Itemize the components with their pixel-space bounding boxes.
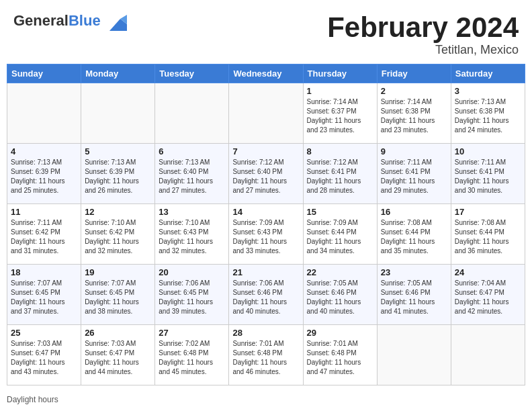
- cal-cell: [229, 83, 303, 144]
- cal-cell: 23Sunrise: 7:05 AM Sunset: 6:46 PM Dayli…: [377, 265, 451, 325]
- cal-cell: 18Sunrise: 7:07 AM Sunset: 6:45 PM Dayli…: [7, 265, 81, 325]
- cell-info: Sunrise: 7:07 AM Sunset: 6:45 PM Dayligh…: [85, 279, 151, 316]
- cal-cell: 9Sunrise: 7:11 AM Sunset: 6:41 PM Daylig…: [377, 144, 451, 204]
- cell-info: Sunrise: 7:01 AM Sunset: 6:48 PM Dayligh…: [232, 339, 299, 377]
- cal-cell: 15Sunrise: 7:09 AM Sunset: 6:44 PM Dayli…: [303, 204, 377, 265]
- cell-date: 29: [307, 328, 373, 338]
- cell-info: Sunrise: 7:05 AM Sunset: 6:46 PM Dayligh…: [381, 279, 447, 316]
- cal-cell: 25Sunrise: 7:03 AM Sunset: 6:47 PM Dayli…: [7, 325, 81, 385]
- cal-cell: 28Sunrise: 7:01 AM Sunset: 6:48 PM Dayli…: [229, 325, 303, 385]
- cal-cell: 14Sunrise: 7:09 AM Sunset: 6:43 PM Dayli…: [229, 204, 303, 265]
- cell-date: 9: [381, 146, 447, 156]
- cal-cell: 19Sunrise: 7:07 AM Sunset: 6:45 PM Dayli…: [81, 265, 155, 325]
- week-row-2: 4Sunrise: 7:13 AM Sunset: 6:39 PM Daylig…: [7, 144, 525, 204]
- logo: GeneralBlue: [13, 12, 127, 34]
- calendar-table: SundayMondayTuesdayWednesdayThursdayFrid…: [7, 64, 525, 385]
- cal-cell: 29Sunrise: 7:01 AM Sunset: 6:48 PM Dayli…: [303, 325, 377, 385]
- cal-cell: 16Sunrise: 7:08 AM Sunset: 6:44 PM Dayli…: [377, 204, 451, 265]
- cal-cell: 26Sunrise: 7:03 AM Sunset: 6:47 PM Dayli…: [81, 325, 155, 385]
- cell-date: 22: [307, 267, 373, 277]
- cell-info: Sunrise: 7:14 AM Sunset: 6:37 PM Dayligh…: [307, 97, 373, 135]
- cell-date: 17: [455, 207, 521, 217]
- week-row-1: 1Sunrise: 7:14 AM Sunset: 6:37 PM Daylig…: [7, 83, 525, 144]
- day-header-tuesday: Tuesday: [155, 64, 229, 83]
- cell-date: 24: [455, 267, 521, 277]
- location: Tetitlan, Mexico: [327, 43, 519, 57]
- cell-date: 1: [307, 86, 373, 96]
- cell-info: Sunrise: 7:12 AM Sunset: 6:41 PM Dayligh…: [307, 158, 373, 195]
- cell-date: 21: [232, 267, 299, 277]
- logo-icon: [105, 12, 127, 34]
- cell-info: Sunrise: 7:08 AM Sunset: 6:44 PM Dayligh…: [455, 218, 521, 256]
- cell-info: Sunrise: 7:14 AM Sunset: 6:38 PM Dayligh…: [381, 97, 447, 135]
- cell-info: Sunrise: 7:13 AM Sunset: 6:39 PM Dayligh…: [11, 158, 77, 195]
- cell-info: Sunrise: 7:11 AM Sunset: 6:41 PM Dayligh…: [455, 158, 521, 195]
- day-header-monday: Monday: [81, 64, 155, 83]
- cell-info: Sunrise: 7:03 AM Sunset: 6:47 PM Dayligh…: [11, 339, 77, 377]
- cal-cell: [451, 325, 525, 385]
- cell-date: 16: [381, 207, 447, 217]
- cell-date: 5: [85, 146, 151, 156]
- calendar-wrapper: SundayMondayTuesdayWednesdayThursdayFrid…: [0, 64, 532, 392]
- cal-cell: [155, 83, 229, 144]
- cal-cell: [7, 83, 81, 144]
- cell-date: 8: [307, 146, 373, 156]
- cal-cell: 2Sunrise: 7:14 AM Sunset: 6:38 PM Daylig…: [377, 83, 451, 144]
- month-year: February 2024: [327, 12, 519, 43]
- cal-cell: 5Sunrise: 7:13 AM Sunset: 6:39 PM Daylig…: [81, 144, 155, 204]
- cell-info: Sunrise: 7:05 AM Sunset: 6:46 PM Dayligh…: [307, 279, 373, 316]
- cell-info: Sunrise: 7:06 AM Sunset: 6:46 PM Dayligh…: [232, 279, 299, 316]
- cell-date: 11: [11, 207, 77, 217]
- cal-cell: 10Sunrise: 7:11 AM Sunset: 6:41 PM Dayli…: [451, 144, 525, 204]
- cal-cell: 1Sunrise: 7:14 AM Sunset: 6:37 PM Daylig…: [303, 83, 377, 144]
- cal-cell: 17Sunrise: 7:08 AM Sunset: 6:44 PM Dayli…: [451, 204, 525, 265]
- cell-info: Sunrise: 7:06 AM Sunset: 6:45 PM Dayligh…: [159, 279, 225, 316]
- cell-date: 13: [159, 207, 225, 217]
- day-header-thursday: Thursday: [303, 64, 377, 83]
- cell-info: Sunrise: 7:10 AM Sunset: 6:42 PM Dayligh…: [85, 218, 151, 256]
- header: GeneralBlue February 2024 Tetitlan, Mexi…: [0, 0, 532, 64]
- daylight-label: Daylight hours: [7, 395, 58, 404]
- day-header-row: SundayMondayTuesdayWednesdayThursdayFrid…: [7, 64, 525, 83]
- cell-info: Sunrise: 7:13 AM Sunset: 6:40 PM Dayligh…: [159, 158, 225, 195]
- cell-date: 3: [455, 86, 521, 96]
- cell-date: 15: [307, 207, 373, 217]
- cell-info: Sunrise: 7:13 AM Sunset: 6:38 PM Dayligh…: [455, 97, 521, 135]
- cell-date: 27: [159, 328, 225, 338]
- cal-cell: [81, 83, 155, 144]
- cell-info: Sunrise: 7:13 AM Sunset: 6:39 PM Dayligh…: [85, 158, 151, 195]
- cal-cell: 6Sunrise: 7:13 AM Sunset: 6:40 PM Daylig…: [155, 144, 229, 204]
- day-header-sunday: Sunday: [7, 64, 81, 83]
- cal-cell: [377, 325, 451, 385]
- day-header-wednesday: Wednesday: [229, 64, 303, 83]
- cal-cell: 22Sunrise: 7:05 AM Sunset: 6:46 PM Dayli…: [303, 265, 377, 325]
- cell-info: Sunrise: 7:02 AM Sunset: 6:48 PM Dayligh…: [159, 339, 225, 377]
- cal-cell: 12Sunrise: 7:10 AM Sunset: 6:42 PM Dayli…: [81, 204, 155, 265]
- cell-date: 2: [381, 86, 447, 96]
- cell-date: 18: [11, 267, 77, 277]
- cell-date: 14: [232, 207, 299, 217]
- cell-date: 25: [11, 328, 77, 338]
- cell-date: 28: [232, 328, 299, 338]
- cell-date: 19: [85, 267, 151, 277]
- week-row-3: 11Sunrise: 7:11 AM Sunset: 6:42 PM Dayli…: [7, 204, 525, 265]
- cal-cell: 8Sunrise: 7:12 AM Sunset: 6:41 PM Daylig…: [303, 144, 377, 204]
- cell-date: 20: [159, 267, 225, 277]
- cell-info: Sunrise: 7:09 AM Sunset: 6:43 PM Dayligh…: [232, 218, 299, 256]
- cal-cell: 13Sunrise: 7:10 AM Sunset: 6:43 PM Dayli…: [155, 204, 229, 265]
- cell-info: Sunrise: 7:07 AM Sunset: 6:45 PM Dayligh…: [11, 279, 77, 316]
- cell-date: 10: [455, 146, 521, 156]
- cell-info: Sunrise: 7:04 AM Sunset: 6:47 PM Dayligh…: [455, 279, 521, 316]
- cal-cell: 20Sunrise: 7:06 AM Sunset: 6:45 PM Dayli…: [155, 265, 229, 325]
- cell-date: 6: [159, 146, 225, 156]
- cal-cell: 4Sunrise: 7:13 AM Sunset: 6:39 PM Daylig…: [7, 144, 81, 204]
- week-row-5: 25Sunrise: 7:03 AM Sunset: 6:47 PM Dayli…: [7, 325, 525, 385]
- cell-date: 12: [85, 207, 151, 217]
- cal-cell: 24Sunrise: 7:04 AM Sunset: 6:47 PM Dayli…: [451, 265, 525, 325]
- cal-cell: 11Sunrise: 7:11 AM Sunset: 6:42 PM Dayli…: [7, 204, 81, 265]
- cell-info: Sunrise: 7:03 AM Sunset: 6:47 PM Dayligh…: [85, 339, 151, 377]
- title-block: February 2024 Tetitlan, Mexico: [327, 12, 519, 57]
- cal-cell: 7Sunrise: 7:12 AM Sunset: 6:40 PM Daylig…: [229, 144, 303, 204]
- footer: Daylight hours: [0, 392, 532, 408]
- cell-info: Sunrise: 7:11 AM Sunset: 6:41 PM Dayligh…: [381, 158, 447, 195]
